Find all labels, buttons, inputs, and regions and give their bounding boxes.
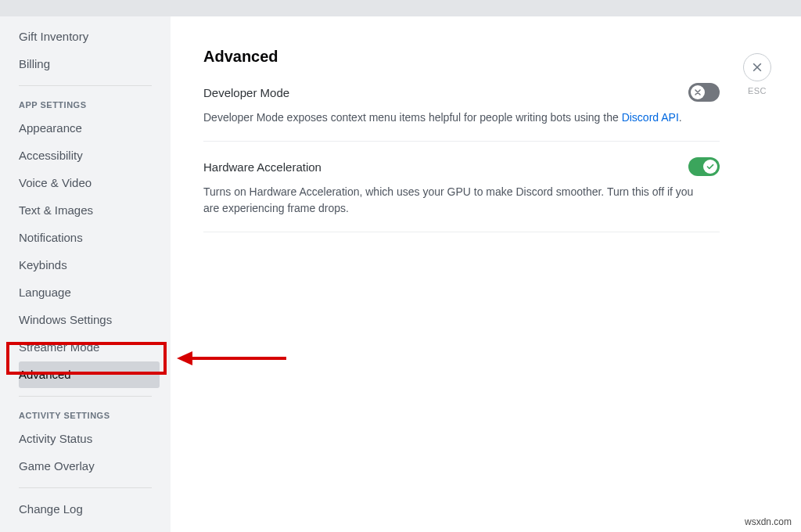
x-icon [691,85,705,99]
esc-label: ESC [743,86,771,95]
sidebar-item-notifications[interactable]: Notifications [19,225,160,251]
sidebar-item-streamer-mode[interactable]: Streamer Mode [19,334,160,361]
divider [19,487,152,488]
setting-title: Hardware Acceleration [203,160,321,174]
sidebar-item-change-log[interactable]: Change Log [19,496,160,523]
sidebar-item-accessibility[interactable]: Accessibility [19,142,160,169]
check-icon [703,160,717,174]
sidebar-item-billing[interactable]: Billing [19,51,160,77]
divider [19,396,152,397]
setting-developer-mode: Developer Mode Developer Mode exposes co… [203,83,720,142]
setting-description: Developer Mode exposes context menu item… [203,110,704,125]
sidebar-header-app-settings: APP SETTINGS [19,94,160,114]
sidebar-item-voice-video[interactable]: Voice & Video [19,170,160,196]
sidebar-item-game-overlay[interactable]: Game Overlay [19,453,160,480]
title-bar [0,0,801,16]
hardware-acceleration-toggle[interactable] [688,157,720,176]
sidebar-item-windows-settings[interactable]: Windows Settings [19,307,160,333]
close-button[interactable] [743,53,771,81]
main-panel: Advanced Developer Mode Developer Mode e… [171,16,801,532]
discord-api-link[interactable]: Discord API [622,111,679,124]
setting-description: Turns on Hardware Acceleration, which us… [203,184,704,216]
divider [19,85,152,86]
sidebar-item-language[interactable]: Language [19,279,160,306]
settings-sidebar: Gift InventoryBillingAPP SETTINGSAppeara… [0,16,171,532]
developer-mode-toggle[interactable] [688,83,720,102]
setting-hardware-acceleration: Hardware Acceleration Turns on Hardware … [203,157,720,232]
sidebar-item-advanced[interactable]: Advanced [19,361,160,388]
sidebar-header-activity-settings: ACTIVITY SETTINGS [19,404,160,425]
sidebar-item-hypesquad[interactable]: HypeSquad [19,523,160,532]
sidebar-item-activity-status[interactable]: Activity Status [19,426,160,452]
sidebar-item-keybinds[interactable]: Keybinds [19,252,160,279]
setting-title: Developer Mode [203,86,289,99]
watermark: wsxdn.com [745,516,792,527]
page-title: Advanced [203,48,770,66]
sidebar-item-text-images[interactable]: Text & Images [19,197,160,224]
sidebar-item-gift-inventory[interactable]: Gift Inventory [19,23,160,50]
sidebar-item-appearance[interactable]: Appearance [19,115,160,142]
